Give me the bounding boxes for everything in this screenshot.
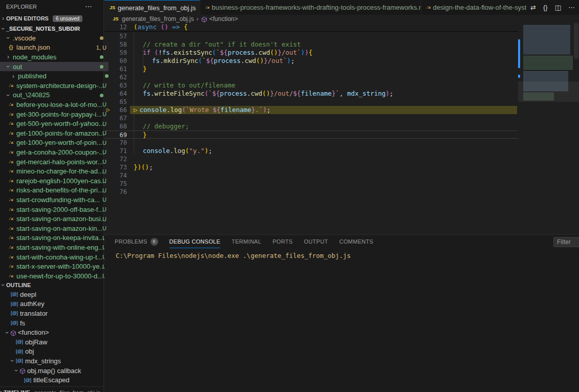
outline-item[interactable]: ›[@]mdx_strings [0,356,113,366]
tree-item[interactable]: ∴xstart-saving-with-online-eng...U [0,243,111,252]
glyph-margin[interactable] [104,98,112,106]
panel-tab-problems[interactable]: PROBLEMS8 [115,235,158,248]
glyph-margin[interactable] [104,163,112,171]
code-line[interactable]: 59if (!fs.existsSync(`${process.cwd()}/o… [104,49,579,57]
code-line[interactable]: 71console.log("y."); [104,147,579,155]
glyph-margin[interactable] [104,155,112,163]
tree-item[interactable]: ∴xrisks-and-benefits-of-the-pri...U [0,186,111,195]
code-line[interactable]: 61} [104,65,579,73]
code-line[interactable]: 76 [104,188,579,196]
open-changes-icon[interactable]: ⇄ [530,4,536,11]
tree-item[interactable]: ∴xmineo-no-charge-for-the-ad...U [0,166,111,176]
glyph-margin[interactable] [104,81,112,90]
panel-tab-terminal[interactable]: TERMINAL [231,235,261,248]
breadcrumb-file[interactable]: generate_files_from_obj.js [122,15,194,23]
editor-tab[interactable]: ∴xbusiness-process-frameworks-with-draft… [200,0,421,15]
open-editors-header[interactable]: › OPEN EDITORS 6 unsaved [0,13,103,24]
tree-item[interactable]: {}launch.json1, U [0,43,111,53]
code-line[interactable]: 65 [104,98,579,106]
outline-item[interactable]: [@]objRaw [0,337,119,347]
code-line[interactable]: 72 [104,155,579,163]
timeline-header[interactable]: › TIMELINE generate_files_from_obj.js [0,386,103,392]
tree-item[interactable]: ∴xbefore-you-lose-a-lot-of-mo...U [0,100,111,110]
panel-tab-debug-console[interactable]: DEBUG CONSOLE [169,235,221,248]
glyph-margin[interactable] [104,40,112,49]
tree-item[interactable]: ›node_modules [0,52,109,62]
outline-item[interactable]: [@]authKey [0,299,114,309]
editor-tab[interactable]: ∴xdesign-the-data-flow-of-the-system-wit… [421,0,538,15]
filter-input[interactable] [553,237,579,247]
braces-icon[interactable]: {} [543,4,548,11]
glyph-margin[interactable]: ▷ [104,106,112,114]
outline-item[interactable]: [@]translator [0,309,114,318]
breadcrumb-symbol[interactable]: <function> [209,15,238,23]
outline-item[interactable]: [@]deepl [0,290,114,299]
glyph-margin[interactable] [104,49,112,57]
code-line[interactable]: 74 [104,171,579,180]
glyph-margin[interactable] [104,90,112,98]
outline-header[interactable]: › OUTLINE [0,280,103,290]
glyph-margin[interactable] [104,114,112,122]
minimap-slider[interactable] [518,81,579,102]
panel-tab-ports[interactable]: PORTS [272,235,292,248]
outline-item[interactable]: ›obj.map() callback [0,366,117,376]
tree-item[interactable]: ›.vscode [0,33,109,43]
glyph-margin[interactable] [104,171,112,180]
code-line[interactable]: 70 [104,139,579,147]
glyph-margin[interactable] [104,32,112,40]
glyph-margin[interactable] [104,188,112,196]
tree-item[interactable]: ∴xget-1000-yen-worth-of-poin...U [0,138,111,148]
code-line[interactable]: 69} [104,130,579,139]
more-actions-icon[interactable]: ⋯ [568,4,575,11]
tree-item[interactable]: ∴xrarejob-english-1000yen-cas...U [0,176,111,186]
code-line[interactable]: 63// write to out/filename [104,81,579,90]
sticky-scroll-line[interactable]: 12(async () => { [104,23,579,32]
tree-item[interactable]: ∴xget-mercari-halo-points-wor...U [0,157,111,167]
split-editor-icon[interactable]: ◫ [555,4,561,11]
tree-item[interactable]: ∴xstart-saving-on-keepa-invita...U [0,233,111,243]
tree-item[interactable]: ›out_\240825 [0,91,109,100]
code-line[interactable]: 58// create a dir "out" if it doesn't ex… [104,40,579,49]
glyph-margin[interactable] [104,122,112,130]
glyph-margin[interactable] [104,139,112,147]
panel-tab-comments[interactable]: COMMENTS [339,235,374,248]
code-line[interactable]: 62 [104,73,579,81]
editor-tab[interactable]: JSgenerate_files_from_obj.jsM× [104,0,200,15]
outline-item[interactable]: ›<function> [0,328,108,337]
code-line[interactable]: 67 [104,114,579,122]
code-line[interactable]: 57 [104,32,579,40]
tree-item[interactable]: ›out [0,62,109,72]
tree-item[interactable]: ›published [0,71,114,81]
tree-item[interactable]: ∴xuse-newt-for-up-to-30000-d...U [0,271,111,281]
glyph-margin[interactable] [104,57,112,65]
tree-item[interactable]: ∴xget-500-yen-worth-of-yahoo...U [0,119,111,128]
panel-tab-output[interactable]: OUTPUT [304,235,328,248]
tree-item[interactable]: ∴xstart-crowdfunding-with-ca...U [0,195,111,205]
glyph-margin[interactable] [104,23,112,31]
workspace-root-folder[interactable]: › _SECURE_NOTES_SUBDIR [0,24,103,33]
outline-item[interactable]: [@]obj [0,347,119,357]
code-line[interactable]: 60fs.mkdirSync(`${process.cwd()}/out`); [104,57,579,65]
outline-item[interactable]: [@]fs [0,318,114,328]
code-line[interactable]: 68// debugger; [104,122,579,130]
minimap[interactable] [518,23,579,234]
glyph-margin[interactable] [104,131,112,138]
tree-item[interactable]: ∴xsystem-architecture-design-...U [0,81,111,91]
glyph-margin[interactable] [104,180,112,188]
glyph-margin[interactable] [104,73,112,81]
tree-item[interactable]: ∴xget-a-conoha-2000-coupon-...U [0,147,111,157]
tree-item[interactable]: ∴xstart-with-conoha-wing-up-t...U [0,252,111,262]
code-line[interactable]: 73})(); [104,163,579,171]
glyph-margin[interactable] [104,65,112,73]
code-editor[interactable]: 12(async () => { 5758// create a dir "ou… [104,23,579,234]
code-line[interactable]: 12(async () => { [104,23,579,31]
tree-item[interactable]: ∴xstart-saving-2000-off-base-f...U [0,205,111,214]
tree-item[interactable]: ∴xstart-saving-on-amazon-busi...U [0,214,111,224]
tree-item[interactable]: ∴xget-1000-points-for-amazon...U [0,128,111,138]
glyph-margin[interactable] [104,147,112,155]
code-line[interactable]: ▷66▷console.log(`Wrote ${filename}.`); [104,106,579,114]
more-actions-icon[interactable]: ⋯ [85,2,92,10]
tree-item[interactable]: ∴xstart-saving-on-amazon-kin...U [0,224,111,233]
tree-item[interactable]: ∴xstart-x-server-with-10000-ye...U [0,262,111,271]
code-line[interactable]: 64fs.writeFileSync(`${process.cwd()}/out… [104,90,579,98]
